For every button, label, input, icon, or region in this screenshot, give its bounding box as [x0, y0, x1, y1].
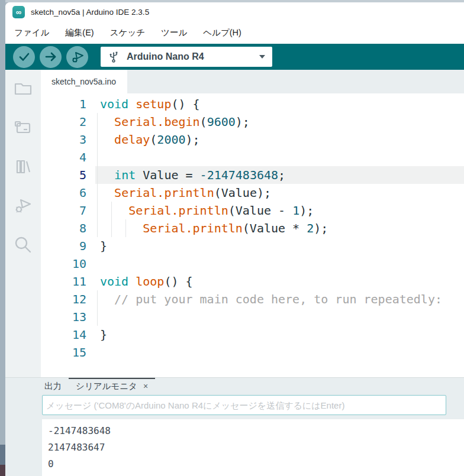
code-line-11[interactable]: 11void loop() { — [41, 273, 464, 290]
panel-tab-output[interactable]: 出力 — [37, 378, 69, 393]
line-number: 6 — [41, 184, 95, 202]
code-line-2[interactable]: 2 Serial.begin(9600); — [41, 113, 464, 131]
serial-output-line: 0 — [48, 456, 458, 472]
line-number: 7 — [41, 202, 95, 219]
line-number: 4 — [41, 148, 95, 166]
line-number: 5 — [41, 166, 95, 184]
arrow-right-icon — [44, 50, 57, 63]
line-number: 1 — [41, 95, 95, 113]
indent-guide — [97, 148, 98, 166]
code-line-7[interactable]: 7 Serial.println(Value - 1); — [41, 202, 464, 219]
usb-icon — [108, 50, 120, 63]
sidebar-item-search[interactable] — [12, 234, 34, 256]
selected-board-label: Arduino Nano R4 — [127, 51, 204, 62]
indent-guide — [97, 113, 98, 131]
code-content: int Value = -2147483648; — [95, 166, 464, 184]
panel-tab-bar: 出力シリアルモニタ× — [5, 378, 464, 393]
chevron-down-icon — [259, 55, 265, 59]
editor-tab-bar: sketch_nov5a.ino — [41, 70, 464, 93]
line-number: 13 — [41, 308, 95, 326]
line-number: 9 — [41, 237, 95, 255]
sidebar-item-library-manager[interactable] — [12, 156, 34, 178]
toolbar: Arduino Nano R4 — [5, 44, 464, 70]
code-line-8[interactable]: 8 Serial.println(Value * 2); — [41, 219, 464, 237]
window-title: sketch_nov5a | Arduino IDE 2.3.5 — [31, 8, 149, 17]
code-content: void loop() { — [95, 273, 464, 290]
title-bar[interactable]: ∞ sketch_nov5a | Arduino IDE 2.3.5 — [5, 2, 464, 21]
code-line-10[interactable]: 10 — [41, 255, 464, 273]
indent-guide — [111, 202, 112, 219]
line-number: 15 — [41, 344, 95, 361]
code-line-4[interactable]: 4 — [41, 148, 464, 166]
board-selector[interactable]: Arduino Nano R4 — [101, 47, 272, 67]
debug-button[interactable] — [66, 46, 88, 68]
menu-item-0[interactable]: ファイル — [9, 25, 54, 41]
indent-guide — [97, 202, 98, 219]
code-editor[interactable]: 1void setup() {2 Serial.begin(9600);3 de… — [41, 93, 464, 377]
serial-monitor-output[interactable]: -214748364821474836470 — [42, 419, 464, 476]
code-content: Serial.println(Value * 2); — [95, 219, 464, 237]
line-number: 12 — [41, 290, 95, 308]
serial-output-line: -2147483648 — [48, 423, 458, 439]
code-line-15[interactable]: 15 — [41, 344, 464, 361]
code-content — [95, 308, 464, 326]
arduino-ide-window: ∞ sketch_nov5a | Arduino IDE 2.3.5 ファイル編… — [5, 2, 464, 476]
tab-sketch-nov5a-ino[interactable]: sketch_nov5a.ino — [41, 70, 127, 93]
serial-output-line: 2147483647 — [48, 439, 458, 456]
search-icon — [12, 234, 34, 255]
panel-tab-label: 出力 — [44, 381, 62, 392]
code-line-13[interactable]: 13 — [41, 308, 464, 326]
code-line-5[interactable]: 5 int Value = -2147483648; — [41, 166, 464, 184]
line-number: 10 — [41, 255, 95, 273]
sidebar-item-boards-manager[interactable] — [12, 116, 34, 139]
activity-sidebar — [5, 70, 41, 377]
sketchbook-folder-icon — [12, 78, 34, 99]
arduino-logo-icon: ∞ — [12, 6, 25, 18]
menu-item-3[interactable]: ツール — [156, 25, 192, 41]
code-line-12[interactable]: 12 // put your main code here, to run re… — [41, 290, 464, 308]
code-content: // put your main code here, to run repea… — [95, 290, 464, 308]
code-line-9[interactable]: 9} — [41, 237, 464, 255]
desktop-left-edge — [0, 0, 5, 476]
indent-guide — [97, 184, 98, 202]
indent-guide — [97, 290, 98, 308]
sidebar-item-sketchbook[interactable] — [12, 77, 34, 100]
code-content — [95, 344, 464, 361]
upload-button[interactable] — [40, 46, 62, 68]
check-icon — [18, 50, 31, 63]
code-line-3[interactable]: 3 delay(2000); — [41, 131, 464, 148]
panel-tab-label: シリアルモニタ — [76, 381, 137, 392]
indent-guide — [97, 166, 98, 184]
library-manager-icon — [12, 156, 34, 177]
code-content: delay(2000); — [95, 131, 464, 148]
sidebar-item-debug[interactable] — [12, 195, 34, 217]
debug-icon — [12, 195, 34, 216]
panel-tab-serial-monitor[interactable]: シリアルモニタ× — [69, 378, 155, 393]
code-content: Serial.println(Value - 1); — [95, 202, 464, 219]
menu-item-4[interactable]: ヘルプ(H) — [198, 25, 247, 41]
line-number: 14 — [41, 326, 95, 344]
code-content — [95, 148, 464, 166]
code-line-1[interactable]: 1void setup() { — [41, 95, 464, 113]
serial-monitor-input[interactable] — [42, 395, 446, 415]
code-content: Serial.println(Value); — [95, 184, 464, 202]
close-icon[interactable]: × — [143, 381, 148, 391]
code-content: Serial.begin(9600); — [95, 113, 464, 131]
line-number: 8 — [41, 219, 95, 237]
menu-item-2[interactable]: スケッチ — [105, 25, 150, 41]
line-number: 2 — [41, 113, 95, 131]
indent-guide — [97, 219, 98, 237]
code-content: void setup() { — [95, 95, 464, 113]
code-content: } — [95, 326, 464, 344]
boards-manager-icon — [12, 117, 34, 138]
indent-guide — [111, 219, 112, 237]
indent-guide — [97, 131, 98, 148]
code-line-14[interactable]: 14} — [41, 326, 464, 344]
code-line-6[interactable]: 6 Serial.println(Value); — [41, 184, 464, 202]
line-number: 11 — [41, 273, 95, 290]
line-number: 3 — [41, 131, 95, 148]
verify-button[interactable] — [13, 46, 35, 68]
menu-item-1[interactable]: 編集(E) — [60, 25, 99, 41]
indent-guide — [97, 308, 98, 326]
menu-bar: ファイル編集(E)スケッチツールヘルプ(H) — [5, 21, 464, 44]
